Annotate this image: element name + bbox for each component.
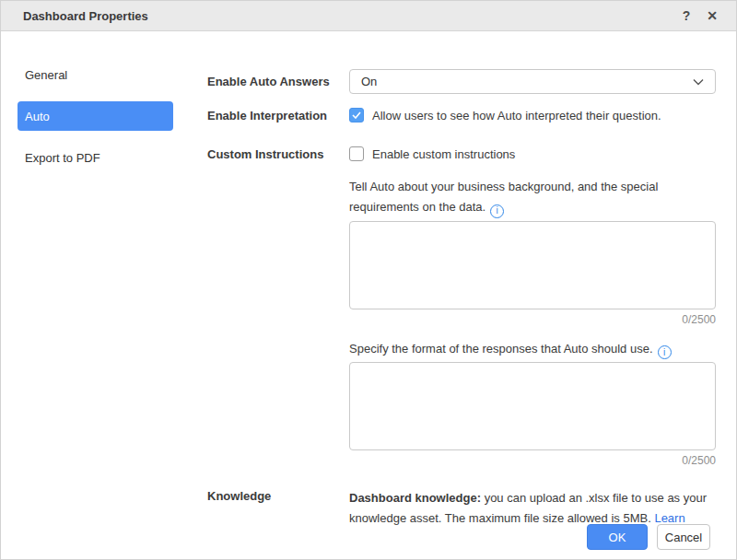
dialog-header: Dashboard Properties ? ✕: [1, 1, 736, 31]
response-format-hint: Specify the format of the responses that…: [349, 339, 716, 360]
knowledge-description-bold: Dashboard knowledge:: [349, 491, 481, 505]
cancel-button[interactable]: Cancel: [657, 524, 710, 550]
header-actions: ? ✕: [683, 9, 718, 22]
info-icon[interactable]: i: [658, 345, 672, 359]
business-background-char-counter: 0/2500: [349, 313, 716, 326]
close-icon[interactable]: ✕: [707, 9, 718, 22]
auto-answers-select[interactable]: On: [349, 69, 716, 94]
knowledge-row: Knowledge Dashboard knowledge: you can u…: [207, 488, 716, 529]
dialog-footer: OK Cancel: [587, 524, 710, 550]
sidebar-item-export-to-pdf[interactable]: Export to PDF: [18, 143, 173, 172]
business-background-hint-line1: Tell Auto about your business background…: [349, 180, 658, 193]
knowledge-label: Knowledge: [207, 488, 349, 529]
response-format-char-counter: 0/2500: [349, 454, 716, 467]
ok-button[interactable]: OK: [587, 524, 648, 550]
sidebar: General Auto Export to PDF: [18, 60, 173, 529]
business-background-hint-line2: requirements on the data.: [349, 200, 485, 214]
info-icon[interactable]: i: [490, 204, 504, 218]
custom-instructions-row: Custom Instructions Enable custom instru…: [207, 146, 716, 467]
business-background-textarea[interactable]: [349, 221, 716, 309]
sidebar-item-general[interactable]: General: [18, 60, 173, 89]
custom-instructions-label: Custom Instructions: [207, 146, 349, 467]
response-format-hint-text: Specify the format of the responses that…: [349, 342, 653, 356]
sidebar-item-auto[interactable]: Auto: [18, 101, 173, 131]
learn-link[interactable]: Learn: [654, 511, 684, 525]
interpretation-checkbox[interactable]: [349, 108, 364, 122]
interpretation-row: Enable Interpretation Allow users to see…: [207, 108, 716, 122]
interpretation-checkbox-label: Allow users to see how Auto interpreted …: [372, 109, 661, 122]
response-format-textarea[interactable]: [349, 362, 716, 450]
help-icon[interactable]: ?: [683, 9, 691, 22]
business-background-hint: Tell Auto about your business background…: [349, 177, 716, 218]
auto-answers-row: Enable Auto Answers On: [207, 69, 716, 94]
dialog-title: Dashboard Properties: [23, 9, 148, 23]
dashboard-properties-dialog: Dashboard Properties ? ✕ General Auto Ex…: [0, 0, 737, 560]
chevron-down-icon: [693, 78, 704, 86]
auto-answers-label: Enable Auto Answers: [207, 69, 349, 94]
auto-settings-panel: Enable Auto Answers On Enable Interpreta…: [207, 60, 737, 529]
interpretation-label: Enable Interpretation: [207, 108, 349, 122]
enable-custom-instructions-checkbox-label: Enable custom instructions: [372, 147, 515, 161]
auto-answers-selected-value: On: [361, 75, 377, 88]
enable-custom-instructions-checkbox[interactable]: [349, 146, 364, 161]
knowledge-description: Dashboard knowledge: you can upload an .…: [349, 488, 716, 529]
